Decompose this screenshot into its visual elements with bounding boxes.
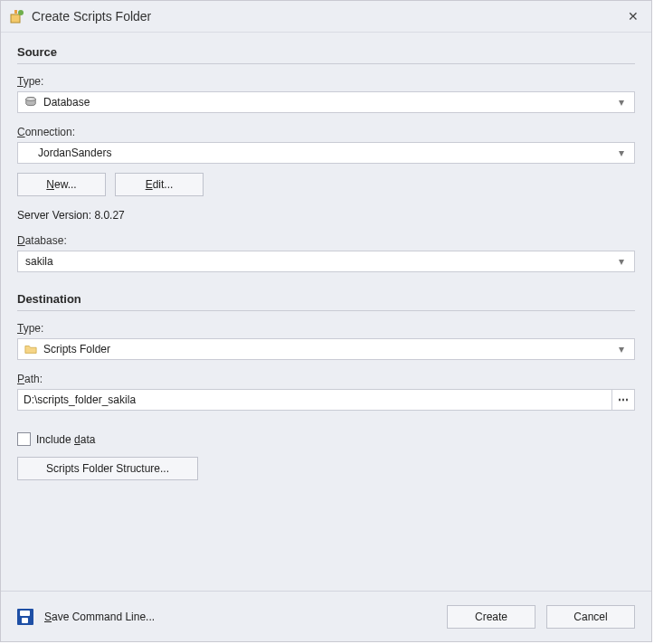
svg-point-4: [26, 98, 36, 101]
source-type-combo[interactable]: Database ▾: [17, 91, 635, 113]
divider: [17, 310, 635, 311]
chevron-down-icon: ▾: [614, 255, 629, 268]
chevron-down-icon: ▾: [614, 96, 629, 109]
save-command-line-link[interactable]: Save Command Line...: [44, 611, 155, 623]
chevron-down-icon: ▾: [614, 343, 629, 355]
browse-path-button[interactable]: ⋯: [611, 389, 635, 411]
database-value: sakila: [25, 255, 614, 268]
flex-spacer: [17, 480, 635, 591]
include-data-label: Include data: [36, 433, 95, 446]
path-row: D:\scripts_folder_sakila ⋯: [17, 389, 635, 411]
connection-value: JordanSanders: [38, 147, 614, 159]
cancel-button[interactable]: Cancel: [546, 605, 635, 629]
structure-row: Scripts Folder Structure...: [17, 457, 635, 480]
database-combo[interactable]: sakila ▾: [17, 251, 635, 272]
dialog-window: Create Scripts Folder ✕ Source Type: Dat…: [0, 0, 652, 642]
server-version-label: Server Version:: [17, 209, 91, 222]
footer: Save Command Line... Create Cancel: [1, 591, 651, 641]
save-icon: [17, 609, 33, 625]
source-heading: Source: [17, 45, 635, 59]
create-button[interactable]: Create: [447, 605, 536, 629]
dest-type-value: Scripts Folder: [43, 343, 614, 355]
scripts-folder-structure-button[interactable]: Scripts Folder Structure...: [17, 457, 198, 480]
dialog-body: Source Type: Database ▾ Connection: Jord…: [1, 33, 651, 591]
path-value: D:\scripts_folder_sakila: [24, 393, 136, 406]
connection-label: Connection:: [17, 126, 635, 138]
chevron-down-icon: ▾: [614, 147, 629, 159]
server-version-row: Server Version: 8.0.27: [17, 209, 635, 222]
folder-icon: [24, 342, 38, 356]
window-title: Create Scripts Folder: [32, 9, 624, 24]
database-icon: [24, 95, 38, 109]
database-label: Database:: [17, 234, 635, 247]
source-type-value: Database: [43, 96, 614, 109]
divider: [17, 63, 635, 64]
svg-point-2: [18, 10, 24, 15]
dest-type-label: Type:: [17, 322, 635, 335]
dest-type-combo[interactable]: Scripts Folder ▾: [17, 338, 635, 360]
path-label: Path:: [17, 373, 635, 385]
svg-rect-1: [14, 10, 17, 14]
connection-combo[interactable]: JordanSanders ▾: [17, 142, 635, 164]
path-input[interactable]: D:\scripts_folder_sakila: [17, 389, 611, 411]
destination-heading: Destination: [17, 292, 635, 306]
include-data-checkbox[interactable]: [17, 432, 31, 446]
titlebar: Create Scripts Folder ✕: [1, 1, 651, 33]
edit-connection-button[interactable]: Edit...: [115, 173, 204, 196]
app-icon: [10, 9, 24, 24]
include-data-row[interactable]: Include data: [17, 432, 635, 446]
svg-rect-0: [11, 14, 20, 23]
close-icon[interactable]: ✕: [624, 9, 642, 24]
new-connection-button[interactable]: New...: [17, 173, 106, 196]
connection-buttons: New... Edit...: [17, 173, 635, 196]
source-type-label: Type:: [17, 75, 635, 88]
server-version-value: 8.0.27: [94, 209, 124, 222]
